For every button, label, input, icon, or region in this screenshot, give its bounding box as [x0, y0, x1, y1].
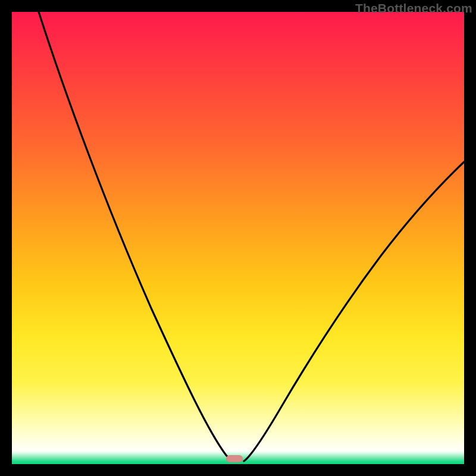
plot-area: [12, 12, 464, 464]
watermark-text: TheBottleneck.com: [355, 1, 472, 15]
valley-marker: [226, 455, 243, 462]
chart-frame: TheBottleneck.com: [0, 0, 476, 476]
